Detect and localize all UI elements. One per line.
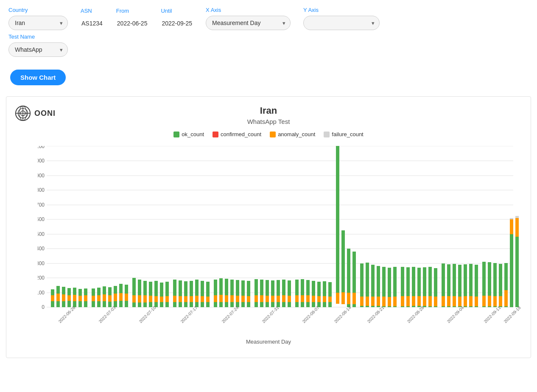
svg-rect-83 <box>201 296 204 302</box>
xaxis-control: X Axis Measurement Day Week Month <box>206 7 291 30</box>
svg-text:2022-09-11: 2022-09-11 <box>483 305 502 324</box>
svg-rect-169 <box>453 296 456 306</box>
svg-rect-99 <box>247 296 250 302</box>
svg-rect-155 <box>412 296 415 306</box>
svg-rect-114 <box>295 280 299 307</box>
svg-rect-45 <box>92 296 95 301</box>
svg-rect-103 <box>260 295 263 302</box>
svg-rect-106 <box>271 280 274 307</box>
svg-rect-105 <box>266 296 269 302</box>
xaxis-select[interactable]: Measurement Day Week Month <box>206 16 291 30</box>
svg-rect-59 <box>132 295 136 302</box>
svg-text:2022-07-03: 2022-07-03 <box>98 305 117 324</box>
svg-text:400: 400 <box>38 246 45 252</box>
svg-rect-192 <box>515 218 519 237</box>
yaxis-label: Y Axis <box>303 7 380 13</box>
svg-rect-95 <box>236 296 239 302</box>
svg-text:2022-07-17: 2022-07-17 <box>180 305 199 324</box>
svg-rect-165 <box>442 296 445 306</box>
svg-rect-145 <box>382 297 386 306</box>
svg-rect-76 <box>184 281 187 307</box>
svg-rect-122 <box>317 282 321 307</box>
asn-control: ASN AS1234 <box>81 8 103 30</box>
ooni-logo: OONI <box>15 105 56 121</box>
svg-text:2022-08-07: 2022-08-07 <box>302 305 320 324</box>
svg-rect-97 <box>241 296 245 302</box>
svg-text:300: 300 <box>38 260 45 266</box>
until-control: Until 2022-09-25 <box>161 8 193 30</box>
show-chart-button[interactable]: Show Chart <box>10 70 66 85</box>
svg-rect-41 <box>78 296 82 301</box>
svg-rect-163 <box>434 297 437 306</box>
legend-ok-dot <box>173 132 179 137</box>
svg-rect-112 <box>288 280 291 307</box>
svg-text:2022-07-10: 2022-07-10 <box>138 305 157 324</box>
svg-rect-175 <box>469 296 473 306</box>
legend-confirmed-label: confirmed_count <box>221 131 261 137</box>
svg-rect-74 <box>179 280 182 307</box>
svg-rect-189 <box>510 219 513 234</box>
svg-rect-60 <box>138 280 141 307</box>
from-label: From <box>116 8 148 14</box>
country-select[interactable]: Iran China Russia <box>8 16 68 30</box>
svg-rect-183 <box>493 296 497 306</box>
svg-rect-61 <box>138 295 141 302</box>
svg-rect-87 <box>214 295 217 302</box>
legend-ok-count: ok_count <box>173 131 204 137</box>
svg-rect-127 <box>328 297 332 302</box>
yaxis-select[interactable]: Count Percentage <box>303 16 380 30</box>
testname-select[interactable]: WhatsApp Facebook Twitter Telegram <box>8 42 68 57</box>
svg-rect-92 <box>230 280 234 307</box>
country-control: Country Iran China Russia <box>8 7 68 30</box>
ooni-logo-text: OONI <box>34 109 56 118</box>
svg-rect-64 <box>149 282 152 307</box>
svg-rect-139 <box>366 297 369 306</box>
svg-rect-69 <box>160 297 163 302</box>
svg-rect-85 <box>206 297 210 302</box>
svg-rect-110 <box>282 280 285 307</box>
svg-rect-86 <box>214 280 217 307</box>
svg-rect-116 <box>301 279 304 307</box>
svg-text:500: 500 <box>38 231 45 237</box>
svg-rect-53 <box>114 294 117 301</box>
svg-rect-120 <box>312 281 315 307</box>
chart-subtitle: WhatsApp Test <box>15 118 522 125</box>
xaxis-label: X Axis <box>206 7 291 13</box>
svg-rect-124 <box>323 281 326 307</box>
svg-text:1000: 1000 <box>38 158 45 164</box>
svg-rect-185 <box>499 296 502 306</box>
svg-text:900: 900 <box>38 173 45 179</box>
svg-rect-78 <box>190 281 193 307</box>
svg-rect-191 <box>515 237 519 307</box>
legend-confirmed-dot <box>213 132 218 137</box>
svg-text:600: 600 <box>38 216 45 222</box>
svg-rect-177 <box>475 297 478 306</box>
svg-rect-128 <box>336 146 339 293</box>
svg-rect-113 <box>288 296 291 302</box>
svg-rect-121 <box>312 296 315 302</box>
svg-rect-118 <box>306 280 310 307</box>
svg-text:2022-08-28: 2022-08-28 <box>406 305 425 324</box>
svg-rect-135 <box>352 293 356 304</box>
legend-anomaly-count: anomaly_count <box>270 131 315 137</box>
x-axis-label: Measurement Day <box>15 339 522 345</box>
svg-rect-133 <box>347 293 350 304</box>
svg-rect-70 <box>165 282 169 307</box>
svg-rect-130 <box>341 230 345 301</box>
legend-anomaly-dot <box>270 132 276 137</box>
svg-rect-187 <box>504 290 508 306</box>
svg-rect-49 <box>103 294 106 301</box>
until-value: 2022-09-25 <box>161 17 193 30</box>
legend-failure-count: failure_count <box>324 131 363 137</box>
svg-rect-102 <box>260 280 263 307</box>
svg-rect-82 <box>201 281 204 307</box>
svg-text:700: 700 <box>38 202 45 208</box>
svg-rect-171 <box>458 297 461 306</box>
svg-rect-100 <box>255 279 258 307</box>
svg-text:1100: 1100 <box>38 146 45 149</box>
svg-rect-179 <box>482 296 486 306</box>
svg-rect-62 <box>143 281 147 307</box>
svg-rect-117 <box>301 295 304 302</box>
svg-rect-193 <box>515 216 519 218</box>
svg-rect-147 <box>388 297 391 306</box>
